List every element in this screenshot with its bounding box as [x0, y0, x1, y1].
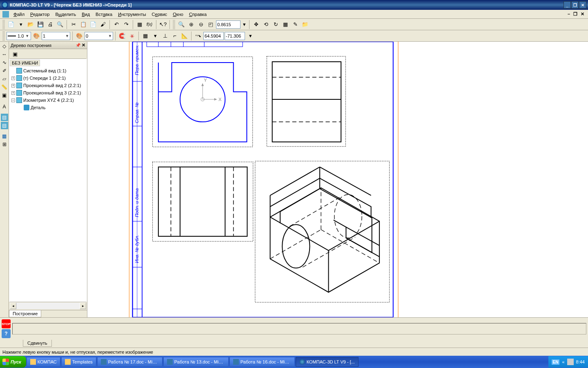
zoom-value-input[interactable] — [216, 20, 241, 29]
menu-view[interactable]: Вид — [79, 11, 93, 18]
tree-root[interactable]: БЕЗ ИМЕНИ — [10, 60, 40, 66]
local-cs-button[interactable]: 📐 — [180, 31, 189, 40]
coord-y-input[interactable] — [225, 32, 245, 40]
taskbar-item-doc13[interactable]: Работа № 13.doc - Micr... — [163, 357, 229, 367]
mdi-minimize[interactable]: – — [566, 11, 571, 17]
grid-dropdown[interactable]: ▾ — [151, 31, 160, 40]
snap-toggle[interactable]: 🧲 — [118, 31, 127, 40]
snap-off-toggle[interactable]: ⚹ — [127, 31, 136, 40]
zoom-dropdown[interactable]: ▾ — [241, 20, 247, 29]
minimize-button[interactable]: _ — [564, 1, 571, 9]
spec-icon[interactable]: ▤ — [1, 114, 8, 121]
edit-icon[interactable]: ✐ — [1, 67, 8, 74]
mdi-restore[interactable]: ❐ — [572, 11, 579, 17]
zoom-prev-button[interactable]: ⟲ — [261, 20, 270, 29]
layer-combo[interactable]: 1▼ — [42, 32, 70, 40]
select-icon[interactable]: ▣ — [1, 92, 8, 99]
pin-icon[interactable]: 📌 — [76, 43, 80, 47]
redo-button[interactable]: ↷ — [122, 20, 131, 29]
dimensions-icon[interactable]: ↔ — [1, 51, 8, 58]
toolbar-grip-2[interactable] — [173, 20, 175, 29]
params-icon[interactable]: ▱ — [1, 75, 8, 83]
tree-tab-build[interactable]: Построение — [9, 310, 41, 317]
ortho-button[interactable]: ⊥ — [160, 31, 169, 40]
toolbar-grip[interactable] — [2, 20, 5, 29]
folder-button[interactable]: 📁 — [301, 20, 310, 29]
copy-button[interactable]: 📋 — [79, 20, 88, 29]
menu-insert[interactable]: Вставка — [93, 11, 115, 18]
property-input-area[interactable] — [12, 323, 586, 334]
zoom-window-button[interactable]: ◰ — [206, 20, 215, 29]
copy-props-button[interactable]: 🖌 — [98, 20, 107, 29]
geometry-icon[interactable]: ◇ — [1, 43, 8, 50]
tree-h-scrollbar[interactable]: ◂ ▸ — [10, 302, 86, 309]
table-icon[interactable]: ▦ — [1, 132, 8, 140]
grid-button[interactable]: ▦ — [141, 31, 150, 40]
menu-tools[interactable]: Инструменты — [115, 11, 149, 18]
menu-select[interactable]: Выделить — [52, 11, 79, 18]
tree-node-proj2[interactable]: +Проекционный вид 2 (2.2:1) — [10, 82, 86, 89]
open-button[interactable]: 📂 — [26, 20, 35, 29]
color-layers-icon[interactable]: 🎨 — [75, 31, 84, 40]
refresh-button[interactable]: ↻ — [271, 20, 280, 29]
scroll-right-button[interactable]: ▸ — [80, 303, 86, 309]
zoom-out-button[interactable]: ⊖ — [196, 20, 205, 29]
manager-button[interactable]: ▦ — [135, 20, 144, 29]
undo-button[interactable]: ↶ — [112, 20, 121, 29]
drawing-canvas[interactable]: Перв. примен. Справ. № Подп. и дата Инв.… — [87, 42, 588, 317]
language-indicator[interactable]: EN — [552, 359, 560, 365]
mdi-close[interactable]: ✕ — [579, 11, 586, 17]
menu-service[interactable]: Сервис — [149, 11, 170, 18]
save-button[interactable]: 💾 — [36, 20, 45, 29]
help-cursor-button[interactable]: ↖? — [158, 20, 167, 29]
menu-help[interactable]: Справка — [186, 11, 209, 18]
tree-node-detail[interactable]: Деталь — [10, 104, 86, 111]
tray-monitor-icon[interactable] — [567, 359, 574, 365]
layer-status-icon[interactable]: 🎨 — [32, 31, 41, 40]
new-button[interactable]: 📄 — [7, 20, 16, 29]
tree-node-proj3[interactable]: +Проекционный вид 3 (2.2:1) — [10, 89, 86, 96]
color-combo[interactable]: 0▼ — [85, 32, 113, 40]
zoom-in-button[interactable]: ⊕ — [187, 20, 196, 29]
taskbar-item-doc17[interactable]: Работа № 17.doc - Micr... — [97, 357, 163, 367]
print-button[interactable]: 🖨 — [46, 20, 55, 29]
menu-file[interactable]: Файл — [11, 11, 27, 18]
taskbar-item-kompas-folder[interactable]: КОМПАС — [27, 357, 60, 367]
tree-close-button[interactable]: ✕ — [82, 43, 85, 48]
property-tab-move[interactable]: Сдвинуть — [23, 340, 52, 347]
insert2-icon[interactable]: ⊞ — [1, 141, 8, 148]
zoom-all-button[interactable]: 🔍 — [177, 20, 186, 29]
taskbar-item-doc16[interactable]: Работа № 16.doc - Micr... — [229, 357, 295, 367]
new-dropdown[interactable]: ▾ — [16, 20, 25, 29]
clock[interactable]: 8:44 — [576, 359, 585, 364]
taskbar-item-templates[interactable]: Templates — [61, 357, 96, 367]
coord-x-input[interactable] — [203, 32, 224, 40]
round-button[interactable]: ⌐ — [170, 31, 179, 40]
measure-icon[interactable]: 📏 — [1, 83, 8, 91]
maximize-button[interactable]: ❐ — [571, 1, 579, 9]
line-width-combo[interactable]: 1.0▼ — [7, 32, 31, 40]
pan-button[interactable]: ✥ — [252, 20, 261, 29]
variables-button[interactable]: f(x) — [145, 20, 154, 29]
paste-button[interactable]: 📄 — [89, 20, 98, 29]
menu-editor[interactable]: Редактор — [27, 11, 52, 18]
cut-button[interactable]: ✂ — [69, 20, 78, 29]
close-button[interactable]: ✕ — [579, 1, 586, 9]
toolbar-grip-3[interactable] — [2, 31, 5, 40]
menu-window[interactable]: Окно — [170, 11, 186, 18]
prop-help-button[interactable]: ? — [2, 329, 11, 338]
assoc-icon[interactable]: A — [1, 103, 8, 110]
coord-dropdown[interactable]: ▾ — [246, 31, 255, 40]
tree-mode-icon[interactable]: ▣ — [11, 51, 19, 58]
tree-node-front[interactable]: +(т) Спереди 1 (2.2:1) — [10, 74, 86, 82]
show-all-button[interactable]: ▦ — [281, 20, 290, 29]
taskbar-item-kompas-app[interactable]: КОМПАС-3D LT V9 - [... — [296, 357, 359, 367]
report-icon[interactable]: ▤ — [1, 122, 8, 129]
document-icon[interactable] — [2, 11, 9, 18]
preview-button[interactable]: 🔍 — [56, 20, 65, 29]
edit-sketch-button[interactable]: ✎ — [291, 20, 300, 29]
start-button[interactable]: Пуск — [0, 356, 26, 368]
tree-node-iso[interactable]: −Изометрия XYZ 4 (2.2:1) — [10, 96, 86, 104]
stop-button[interactable]: STOP — [2, 319, 11, 328]
scroll-left-button[interactable]: ◂ — [10, 303, 16, 309]
